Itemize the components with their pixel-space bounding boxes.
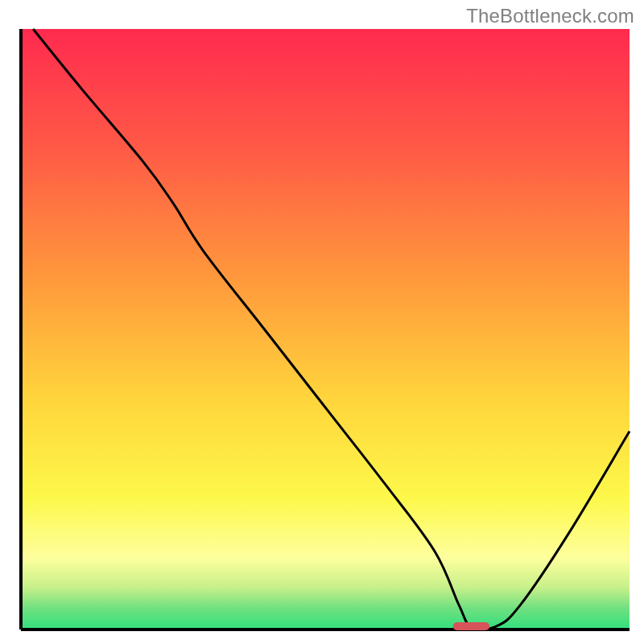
plot-background [21,29,630,630]
attribution-text: TheBottleneck.com [466,5,634,27]
optimal-marker [453,622,489,630]
bottleneck-chart [0,0,644,644]
